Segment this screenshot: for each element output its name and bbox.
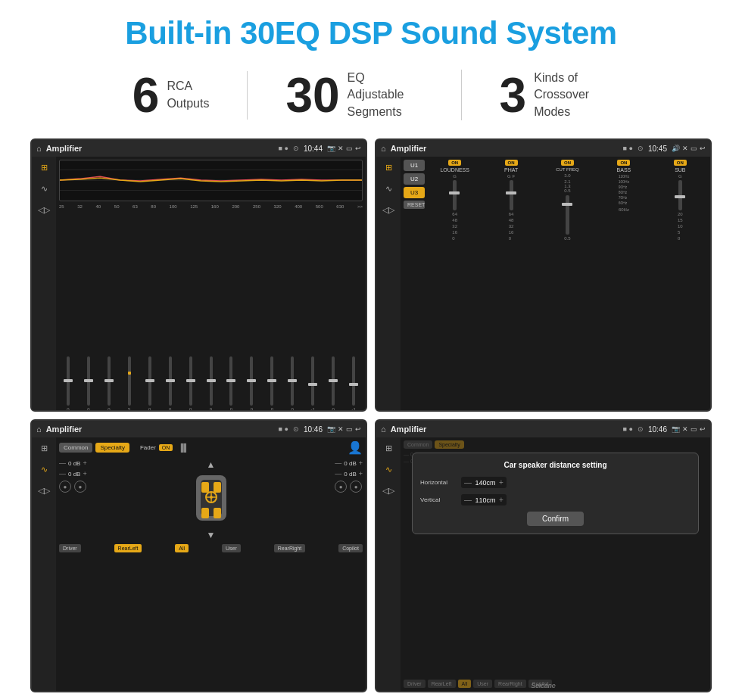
screen3-title: Amplifier bbox=[46, 425, 274, 434]
u1-button[interactable]: U1 bbox=[404, 160, 425, 171]
page-container: Built-in 30EQ DSP Sound System 6 RCA Out… bbox=[0, 0, 742, 700]
user-btn-2[interactable]: User bbox=[473, 680, 492, 688]
tab-specialty[interactable]: Specialty bbox=[95, 443, 129, 453]
wave-icon-2[interactable]: ∿ bbox=[381, 181, 396, 196]
vertical-input[interactable]: — 110cm + bbox=[461, 494, 507, 506]
screen4-header: ⌂ Amplifier ■ ● ⊙ 10:46 📷✕▭↩ bbox=[376, 421, 710, 437]
vertical-label: Vertical bbox=[420, 496, 458, 503]
screen2-header: ⌂ Amplifier ■ ● ⊙ 10:45 🔊✕▭↩ bbox=[376, 140, 710, 157]
screen4-sidebar: ⊞ ∿ ◁▷ bbox=[376, 437, 401, 691]
fader-on-badge: ON bbox=[159, 444, 173, 451]
vertical-plus[interactable]: + bbox=[499, 496, 504, 504]
channels-area: ON LOUDNESS G 644832160 ON bbox=[428, 160, 707, 241]
screen4-title: Amplifier bbox=[391, 425, 619, 434]
feature-eq: 30 EQ Adjustable Segments bbox=[248, 70, 461, 120]
horizontal-value: 140cm bbox=[474, 479, 497, 487]
channel-loudness: ON LOUDNESS G 644832160 bbox=[428, 160, 482, 241]
rearleft-btn-2[interactable]: RearLeft bbox=[428, 680, 456, 688]
reset-button[interactable]: RESET bbox=[404, 201, 425, 209]
eq-number: 30 bbox=[285, 71, 339, 120]
confirm-button[interactable]: Confirm bbox=[527, 512, 584, 526]
horizontal-plus[interactable]: + bbox=[499, 478, 504, 487]
crossover-text: Kinds of Crossover Modes bbox=[534, 70, 610, 120]
rca-number: 6 bbox=[132, 71, 160, 120]
down-arrow-icon[interactable]: ▼ bbox=[207, 530, 216, 540]
rearright-btn[interactable]: RearRight bbox=[274, 544, 306, 552]
speaker-icon-2[interactable]: ◁▷ bbox=[381, 202, 396, 217]
sub-track[interactable] bbox=[678, 180, 682, 210]
tab-common[interactable]: Common bbox=[59, 443, 92, 453]
dialog-title: Car speaker distance setting bbox=[420, 461, 691, 469]
cutfreq-track[interactable] bbox=[566, 195, 569, 235]
channel-phat: ON PHAT G F 644832160 bbox=[484, 160, 538, 241]
u2-button[interactable]: U2 bbox=[404, 173, 425, 185]
crossover-content: U1 U2 U3 RESET ON LOUDNESS G bbox=[401, 157, 710, 410]
svg-rect-7 bbox=[201, 508, 209, 518]
u3-button[interactable]: U3 bbox=[404, 187, 425, 198]
wave-icon-4[interactable]: ∿ bbox=[381, 462, 396, 477]
top-left-db: — 0 dB + bbox=[59, 459, 87, 467]
wave-icon-3[interactable]: ∿ bbox=[36, 462, 51, 477]
speaker-icon-3[interactable]: ◁▷ bbox=[36, 483, 51, 498]
copilot-btn[interactable]: Copilot bbox=[338, 544, 363, 552]
wave-icon[interactable]: ∿ bbox=[36, 181, 51, 196]
bottom-right-db: — 0 dB + bbox=[335, 470, 363, 478]
fader-tabs: Common Specialty Fader ON ▐▌ 👤 bbox=[59, 440, 363, 455]
rearleft-btn[interactable]: RearLeft bbox=[114, 544, 142, 552]
sliders-row: 0 0 0 5 0 0 0 0 0 0 0 0 -1 0 bbox=[59, 210, 363, 412]
distance-dialog: Car speaker distance setting Horizontal … bbox=[412, 453, 699, 534]
home-icon-4: ⌂ bbox=[381, 425, 386, 434]
eq-icon[interactable]: ⊞ bbox=[36, 160, 51, 175]
home-icon: ⌂ bbox=[36, 144, 42, 153]
screen2-icons: 🔊✕▭↩ bbox=[672, 145, 706, 152]
screen1-header: ⌂ Amplifier ■ ● ⊙ 10:44 📷✕▭↩ bbox=[32, 140, 366, 157]
channel-sub: ON SUB G 20151050 bbox=[653, 160, 707, 241]
screen3-icons: 📷✕▭↩ bbox=[327, 425, 361, 433]
screen-fader: ⌂ Amplifier ■ ● ⊙ 10:46 📷✕▭↩ ⊞ ∿ ◁▷ bbox=[30, 419, 367, 692]
screen3-body: ⊞ ∿ ◁▷ Common Specialty Fader ON ▐▌ 👤 bbox=[32, 437, 366, 691]
screen3-sidebar: ⊞ ∿ ◁▷ bbox=[32, 437, 56, 691]
up-arrow-icon[interactable]: ▲ bbox=[207, 459, 216, 470]
screen-dialog: ⌂ Amplifier ■ ● ⊙ 10:46 📷✕▭↩ ⊞ ∿ ◁▷ bbox=[375, 419, 712, 692]
loudness-track[interactable] bbox=[453, 180, 457, 210]
dialog-content: Common Specialty — 0 dB + — 0 dB + Car s… bbox=[401, 437, 710, 691]
eq-icon-4[interactable]: ⊞ bbox=[381, 440, 396, 456]
channel-cutfreq: ON CUT FREQ 3.0 2.11.30.5 0.5 bbox=[541, 160, 594, 241]
u-buttons: U1 U2 U3 RESET bbox=[404, 160, 425, 241]
all-btn[interactable]: All bbox=[175, 544, 189, 552]
slider-col-0: 0 bbox=[59, 356, 77, 412]
screen3-time: 10:46 bbox=[304, 425, 323, 434]
vertical-minus[interactable]: — bbox=[464, 496, 472, 504]
horizontal-row: Horizontal — 140cm + bbox=[420, 477, 691, 488]
screen2-body: ⊞ ∿ ◁▷ U1 U2 U3 RESET bbox=[376, 157, 710, 410]
slider-track-0[interactable] bbox=[67, 356, 70, 406]
phat-track[interactable] bbox=[510, 180, 513, 210]
horizontal-minus[interactable]: — bbox=[464, 478, 472, 487]
eq-icon-2[interactable]: ⊞ bbox=[381, 160, 396, 175]
car-diagram-area: ▲ bbox=[90, 459, 332, 540]
screen1-title: Amplifier bbox=[46, 144, 274, 153]
user-btn[interactable]: User bbox=[222, 544, 241, 552]
bottom-left-db: — 0 dB + bbox=[59, 470, 87, 478]
speaker-right: ● ● bbox=[335, 481, 363, 493]
eq-icon-3[interactable]: ⊞ bbox=[36, 440, 51, 456]
svg-rect-6 bbox=[214, 482, 221, 493]
crossover-number: 3 bbox=[500, 71, 527, 120]
rca-text: RCA Outputs bbox=[167, 78, 209, 112]
driver-btn-2[interactable]: Driver bbox=[404, 680, 426, 688]
rearright-btn-2[interactable]: RearRight bbox=[494, 680, 526, 688]
vertical-value: 110cm bbox=[474, 496, 497, 504]
speaker-icon[interactable]: ◁▷ bbox=[36, 202, 51, 217]
car-svg bbox=[181, 471, 242, 528]
features-row: 6 RCA Outputs 30 EQ Adjustable Segments … bbox=[30, 70, 712, 120]
feature-rca: 6 RCA Outputs bbox=[95, 71, 248, 120]
speaker-icon-4[interactable]: ◁▷ bbox=[381, 483, 396, 498]
fader-content: Common Specialty Fader ON ▐▌ 👤 — bbox=[56, 437, 366, 691]
screen-crossover: ⌂ Amplifier ■ ● ⊙ 10:45 🔊✕▭↩ ⊞ ∿ ◁▷ bbox=[375, 138, 712, 412]
driver-btn[interactable]: Driver bbox=[59, 544, 81, 552]
horizontal-input[interactable]: — 140cm + bbox=[461, 477, 507, 488]
all-btn-2[interactable]: All bbox=[458, 680, 472, 688]
screen2-title: Amplifier bbox=[391, 144, 619, 153]
screen1-icons: 📷✕▭↩ bbox=[327, 145, 361, 152]
u-buttons-row: U1 U2 U3 RESET ON LOUDNESS G bbox=[404, 160, 707, 241]
